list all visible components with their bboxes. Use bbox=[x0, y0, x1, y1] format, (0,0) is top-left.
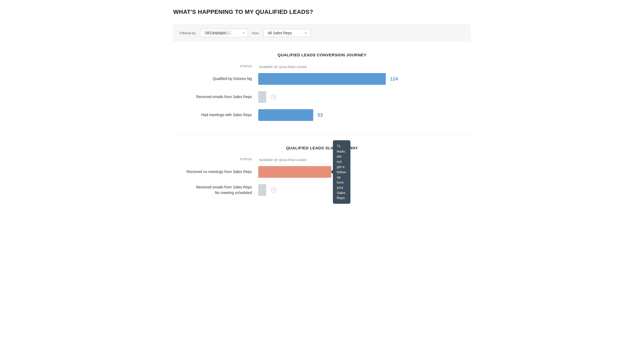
campaign-filter-dropdown[interactable]: All Campaigns × ▾ bbox=[200, 29, 248, 37]
filter-bar: Filtered by All Campaigns × ▾ from All S… bbox=[173, 24, 471, 42]
row-label: Received no meetings from Sales Reps bbox=[173, 169, 258, 175]
conversion-journey-title: QUALIFIED LEADS CONVERSION JOURNEY bbox=[173, 53, 471, 57]
chart-row: Received emails from Sales Reps ? bbox=[173, 90, 471, 104]
conversion-journey-chart: STATUS NUMBER OF QUALIFIED LEADS Qualifi… bbox=[173, 65, 471, 122]
bar-area: 71 › 71 leads did not get a follow-up fr… bbox=[258, 166, 471, 178]
tooltip-text: 71 leads did not get a follow-up from yo… bbox=[337, 144, 347, 200]
count-axis-label: NUMBER OF QUALIFIED LEADS bbox=[258, 158, 307, 162]
bar-area: 124 bbox=[258, 73, 471, 85]
tooltip-bubble: 71 leads did not get a follow-up from yo… bbox=[333, 140, 350, 204]
row-label: Had meetings with Sales Reps bbox=[173, 112, 258, 118]
tooltip-arrow bbox=[331, 170, 333, 174]
status-axis-label: STATUS bbox=[173, 158, 258, 161]
filtered-by-label: Filtered by bbox=[180, 31, 196, 35]
bar-area: ? bbox=[258, 91, 471, 103]
question-icon[interactable]: ? bbox=[271, 187, 276, 193]
bar-blue bbox=[258, 73, 386, 85]
page-title: WHAT'S HAPPENING TO MY QUALIFIED LEADS? bbox=[173, 9, 471, 15]
chart-row: Received no meetings from Sales Reps 71 … bbox=[173, 165, 471, 179]
row-label: Received emails from Sales RepsNo meetin… bbox=[173, 184, 258, 196]
bar-gray bbox=[258, 184, 266, 196]
section-divider bbox=[173, 135, 471, 135]
from-label: from bbox=[252, 31, 259, 35]
chart-row: Received emails from Sales RepsNo meetin… bbox=[173, 183, 471, 197]
slipping-away-chart: STATUS NUMBER OF QUALIFIED LEADS Receive… bbox=[173, 158, 471, 197]
chevron-down-icon: ▾ bbox=[243, 31, 244, 35]
bar-salmon bbox=[258, 166, 331, 178]
bar-area: ? bbox=[258, 184, 471, 196]
bar-gray bbox=[258, 91, 266, 103]
row-label: Received emails from Sales Reps bbox=[173, 94, 258, 100]
row-label: Qualified by Dolores Ng bbox=[173, 76, 258, 82]
close-icon[interactable]: × bbox=[227, 31, 229, 35]
bar-value: 124 bbox=[390, 76, 398, 82]
slipping-away-title: QUALIFIED LEADS SLIPPING AWAY bbox=[173, 146, 471, 150]
bar-blue bbox=[258, 109, 313, 121]
status-axis-label: STATUS bbox=[173, 65, 258, 68]
chart-headers: STATUS NUMBER OF QUALIFIED LEADS bbox=[173, 158, 471, 162]
slipping-away-section: QUALIFIED LEADS SLIPPING AWAY STATUS NUM… bbox=[173, 146, 471, 197]
chart-row: Qualified by Dolores Ng 124 bbox=[173, 72, 471, 86]
bar-area: 53 bbox=[258, 109, 471, 121]
campaign-filter-tag: All Campaigns × bbox=[204, 31, 231, 35]
chevron-down-icon: ▾ bbox=[305, 31, 307, 35]
bar-value: 53 bbox=[317, 112, 323, 118]
sales-rep-filter-value: All Sales Reps bbox=[268, 31, 292, 35]
sales-rep-filter-dropdown[interactable]: All Sales Reps ▾ bbox=[263, 29, 311, 37]
chart-row: Had meetings with Sales Reps 53 bbox=[173, 108, 471, 122]
chart-headers: STATUS NUMBER OF QUALIFIED LEADS bbox=[173, 65, 471, 69]
question-icon[interactable]: ? bbox=[271, 94, 276, 100]
count-axis-label: NUMBER OF QUALIFIED LEADS bbox=[258, 65, 307, 69]
conversion-journey-section: QUALIFIED LEADS CONVERSION JOURNEY STATU… bbox=[173, 53, 471, 122]
